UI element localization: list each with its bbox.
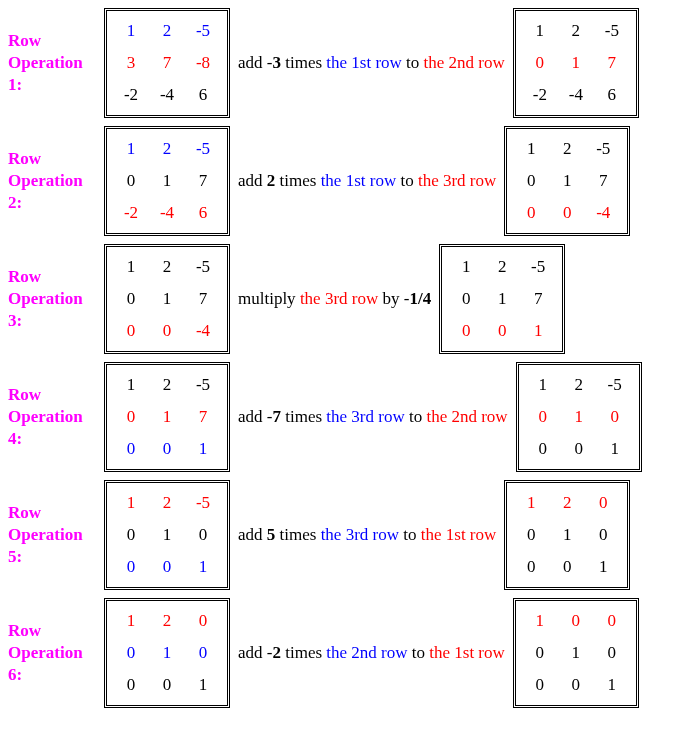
operation-label: RowOperation1: xyxy=(8,30,96,96)
matrix-cell: 1 xyxy=(522,15,558,47)
matrix-cell: 1 xyxy=(185,669,221,701)
matrix-cell: 0 xyxy=(525,401,561,433)
matrix-cell: 0 xyxy=(558,669,594,701)
matrix-cell: 1 xyxy=(594,669,630,701)
matrix-cell: 2 xyxy=(149,605,185,637)
matrix-cell: 1 xyxy=(558,637,594,669)
matrix-after: 12-5017001 xyxy=(439,244,565,354)
matrix-before: 12-501700-4 xyxy=(104,244,230,354)
matrix-cell: 6 xyxy=(594,79,630,111)
matrix-cell: 0 xyxy=(448,283,484,315)
operation-label: RowOperation2: xyxy=(8,148,96,214)
matrix-cell: 0 xyxy=(597,401,633,433)
matrix-cell: 0 xyxy=(585,519,621,551)
matrix-cell: 6 xyxy=(185,197,221,229)
matrix-cell: 0 xyxy=(149,315,185,347)
row-operation-2: RowOperation2:12-5017-2-46add 2 times th… xyxy=(8,126,681,236)
matrix-cell: -5 xyxy=(597,369,633,401)
matrix-before: 12-5010001 xyxy=(104,480,230,590)
operation-description: add -2 times the 2nd row to the 1st row xyxy=(230,643,513,663)
matrix-cell: 2 xyxy=(549,133,585,165)
matrix-cell: 1 xyxy=(185,433,221,465)
matrix-cell: -4 xyxy=(149,79,185,111)
matrix-cell: 0 xyxy=(113,519,149,551)
matrix-cell: 2 xyxy=(149,487,185,519)
matrix-cell: -5 xyxy=(185,133,221,165)
matrix-after: 12-5017-2-46 xyxy=(513,8,639,118)
matrix-cell: 0 xyxy=(149,433,185,465)
matrix-cell: 0 xyxy=(484,315,520,347)
matrix-cell: 1 xyxy=(561,401,597,433)
matrix-cell: 7 xyxy=(585,165,621,197)
matrix-cell: 6 xyxy=(185,79,221,111)
matrix-cell: 2 xyxy=(558,15,594,47)
row-operations-list: RowOperation1:12-537-8-2-46add -3 times … xyxy=(8,8,681,708)
matrix-cell: -5 xyxy=(185,369,221,401)
operation-description: add -3 times the 1st row to the 2nd row xyxy=(230,53,513,73)
matrix-cell: 0 xyxy=(113,283,149,315)
matrix-before: 12-5017001 xyxy=(104,362,230,472)
matrix-cell: 2 xyxy=(149,15,185,47)
matrix-cell: 2 xyxy=(484,251,520,283)
operation-label: RowOperation5: xyxy=(8,502,96,568)
matrix-cell: 0 xyxy=(448,315,484,347)
matrix-before: 120010001 xyxy=(104,598,230,708)
operation-description: add 5 times the 3rd row to the 1st row xyxy=(230,525,504,545)
matrix-cell: 0 xyxy=(113,315,149,347)
matrix-cell: -2 xyxy=(522,79,558,111)
matrix-cell: 1 xyxy=(549,165,585,197)
operation-label: RowOperation6: xyxy=(8,620,96,686)
matrix-cell: 0 xyxy=(513,165,549,197)
operation-label: RowOperation3: xyxy=(8,266,96,332)
matrix-cell: 1 xyxy=(113,15,149,47)
matrix-cell: 0 xyxy=(558,605,594,637)
matrix-cell: 7 xyxy=(185,165,221,197)
matrix-cell: 0 xyxy=(594,637,630,669)
matrix-cell: 1 xyxy=(558,47,594,79)
matrix-before: 12-537-8-2-46 xyxy=(104,8,230,118)
matrix-cell: 1 xyxy=(448,251,484,283)
matrix-cell: 1 xyxy=(149,637,185,669)
matrix-cell: 0 xyxy=(113,401,149,433)
matrix-cell: 0 xyxy=(185,605,221,637)
matrix-cell: 0 xyxy=(513,197,549,229)
matrix-cell: 2 xyxy=(561,369,597,401)
matrix-cell: 1 xyxy=(185,551,221,583)
matrix-cell: 0 xyxy=(522,669,558,701)
matrix-cell: 0 xyxy=(513,551,549,583)
matrix-cell: 2 xyxy=(149,133,185,165)
matrix-cell: 0 xyxy=(513,519,549,551)
matrix-cell: 3 xyxy=(113,47,149,79)
matrix-cell: 0 xyxy=(149,551,185,583)
matrix-cell: 1 xyxy=(484,283,520,315)
matrix-cell: 7 xyxy=(185,283,221,315)
matrix-cell: -5 xyxy=(585,133,621,165)
matrix-cell: 2 xyxy=(149,251,185,283)
matrix-cell: 1 xyxy=(149,283,185,315)
matrix-cell: 1 xyxy=(149,401,185,433)
matrix-cell: -4 xyxy=(558,79,594,111)
operation-description: add 2 times the 1st row to the 3rd row xyxy=(230,171,504,191)
matrix-cell: -5 xyxy=(185,487,221,519)
operation-label: RowOperation4: xyxy=(8,384,96,450)
matrix-cell: 0 xyxy=(549,551,585,583)
matrix-cell: 0 xyxy=(522,637,558,669)
matrix-cell: 0 xyxy=(549,197,585,229)
matrix-after: 12-501700-4 xyxy=(504,126,630,236)
matrix-cell: 1 xyxy=(113,133,149,165)
matrix-cell: 1 xyxy=(113,487,149,519)
matrix-before: 12-5017-2-46 xyxy=(104,126,230,236)
matrix-cell: 0 xyxy=(149,669,185,701)
matrix-cell: 0 xyxy=(525,433,561,465)
matrix-cell: 1 xyxy=(513,133,549,165)
matrix-cell: 0 xyxy=(585,487,621,519)
matrix-cell: 7 xyxy=(185,401,221,433)
matrix-cell: 0 xyxy=(594,605,630,637)
matrix-cell: 1 xyxy=(549,519,585,551)
matrix-cell: 0 xyxy=(113,637,149,669)
operation-description: multiply the 3rd row by -1/4 xyxy=(230,289,439,309)
matrix-cell: 7 xyxy=(594,47,630,79)
matrix-after: 100010001 xyxy=(513,598,639,708)
matrix-cell: -5 xyxy=(185,15,221,47)
matrix-cell: 0 xyxy=(113,165,149,197)
